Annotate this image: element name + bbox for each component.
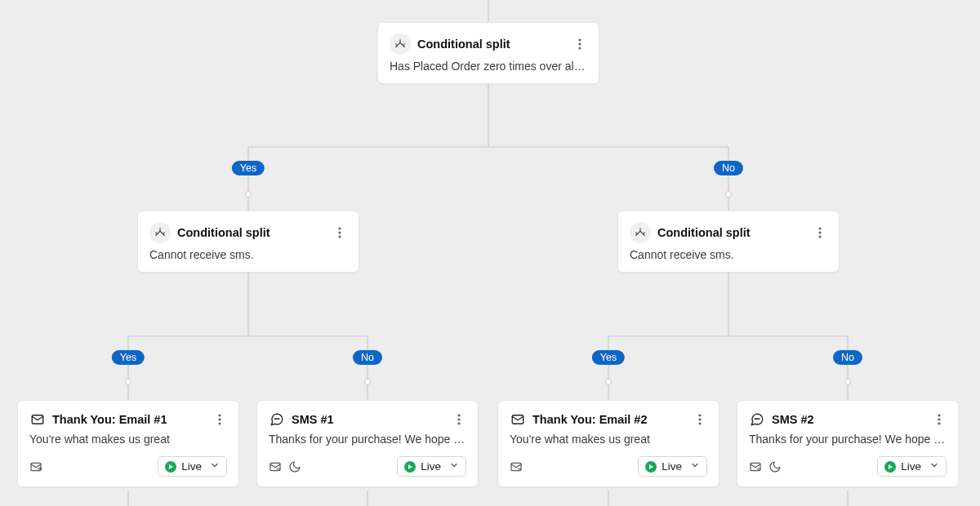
node-title: Conditional split xyxy=(177,226,270,239)
node-description: Has Placed Order zero times over all tim… xyxy=(378,60,599,83)
svg-point-18 xyxy=(578,42,581,45)
node-description: Cannot receive sms. xyxy=(138,248,359,272)
node-menu-button[interactable] xyxy=(932,412,947,427)
svg-point-29 xyxy=(218,422,220,424)
svg-point-19 xyxy=(578,47,581,49)
status-selector[interactable]: Live xyxy=(638,456,707,477)
node-description: Cannot receive sms. xyxy=(618,248,839,272)
status-selector[interactable]: Live xyxy=(877,456,947,477)
node-conditional-split-right[interactable]: Conditional split Cannot receive sms. xyxy=(617,211,840,273)
status-label: Live xyxy=(901,460,921,473)
svg-point-33 xyxy=(457,418,460,420)
add-step-dot[interactable] xyxy=(364,379,371,385)
live-indicator-icon xyxy=(884,461,896,473)
svg-point-39 xyxy=(698,422,701,424)
add-step-dot[interactable] xyxy=(245,191,252,198)
svg-point-27 xyxy=(218,414,220,416)
email-icon xyxy=(29,411,46,428)
branch-label-yes: Yes xyxy=(592,350,625,365)
node-sms-2[interactable]: SMS #2 Thanks for your purchase! We hope… xyxy=(737,400,959,487)
smart-send-icon xyxy=(269,460,282,473)
svg-point-37 xyxy=(698,414,701,416)
chevron-down-icon xyxy=(449,460,459,473)
split-icon xyxy=(149,222,171,243)
svg-point-20 xyxy=(338,227,341,229)
svg-point-32 xyxy=(457,414,460,416)
node-menu-button[interactable] xyxy=(332,225,347,240)
svg-point-28 xyxy=(218,418,220,420)
node-menu-button[interactable] xyxy=(813,225,827,240)
node-email-1[interactable]: Thank You: Email #1 You're what makes us… xyxy=(17,400,239,487)
branch-label-no: No xyxy=(833,350,862,365)
status-label: Live xyxy=(181,460,202,473)
smart-send-icon xyxy=(29,460,42,473)
split-icon xyxy=(630,222,651,243)
node-title: Thank You: Email #2 xyxy=(532,413,647,426)
status-label: Live xyxy=(421,460,441,473)
svg-point-34 xyxy=(457,422,460,424)
branch-label-yes: Yes xyxy=(112,350,145,365)
node-conditional-split-left[interactable]: Conditional split Cannot receive sms. xyxy=(137,211,359,273)
svg-point-43 xyxy=(938,418,940,420)
svg-point-42 xyxy=(938,414,940,416)
node-title: Thank You: Email #1 xyxy=(52,413,167,426)
svg-point-17 xyxy=(578,38,581,41)
add-step-dot[interactable] xyxy=(844,379,851,385)
node-email-2[interactable]: Thank You: Email #2 You're what makes us… xyxy=(497,400,719,487)
add-step-dot[interactable] xyxy=(725,191,732,198)
node-sms-1[interactable]: SMS #1 Thanks for your purchase! We hope… xyxy=(256,400,479,487)
node-title: Conditional split xyxy=(417,38,510,51)
node-body: Thanks for your purchase! We hope that … xyxy=(737,433,958,456)
smart-send-icon xyxy=(749,460,762,473)
node-title: Conditional split xyxy=(657,226,751,239)
status-label: Live xyxy=(662,460,682,473)
add-step-dot[interactable] xyxy=(605,379,612,385)
chevron-down-icon xyxy=(210,460,220,473)
node-menu-button[interactable] xyxy=(212,412,227,427)
node-menu-button[interactable] xyxy=(452,412,466,427)
branch-label-no: No xyxy=(353,350,382,365)
live-indicator-icon xyxy=(404,461,416,473)
quiet-hours-icon xyxy=(768,460,782,473)
node-menu-button[interactable] xyxy=(572,37,587,51)
node-conditional-split-root[interactable]: Conditional split Has Placed Order zero … xyxy=(377,22,599,84)
branch-label-no: No xyxy=(714,161,743,175)
svg-point-25 xyxy=(818,235,821,237)
live-indicator-icon xyxy=(165,461,176,473)
node-menu-button[interactable] xyxy=(693,412,707,427)
node-body: You're what makes us great xyxy=(498,433,719,456)
quiet-hours-icon xyxy=(288,460,301,473)
status-selector[interactable]: Live xyxy=(397,456,466,477)
svg-point-23 xyxy=(818,227,821,229)
sms-icon xyxy=(269,411,285,428)
sms-icon xyxy=(749,411,765,428)
email-icon xyxy=(510,411,526,428)
svg-point-38 xyxy=(698,418,701,420)
node-body: You're what makes us great xyxy=(18,433,238,456)
node-title: SMS #1 xyxy=(292,413,334,426)
svg-point-21 xyxy=(338,231,341,233)
node-body: Thanks for your purchase! We hope that … xyxy=(257,433,478,456)
smart-send-icon xyxy=(510,460,523,473)
svg-point-24 xyxy=(818,231,821,233)
chevron-down-icon xyxy=(929,460,939,473)
chevron-down-icon xyxy=(690,460,700,473)
add-step-dot[interactable] xyxy=(125,379,131,385)
svg-point-44 xyxy=(938,422,940,424)
svg-point-22 xyxy=(338,235,341,237)
live-indicator-icon xyxy=(645,461,657,473)
split-icon xyxy=(390,33,411,55)
branch-label-yes: Yes xyxy=(232,161,265,175)
node-title: SMS #2 xyxy=(772,413,814,426)
status-selector[interactable]: Live xyxy=(158,456,227,477)
